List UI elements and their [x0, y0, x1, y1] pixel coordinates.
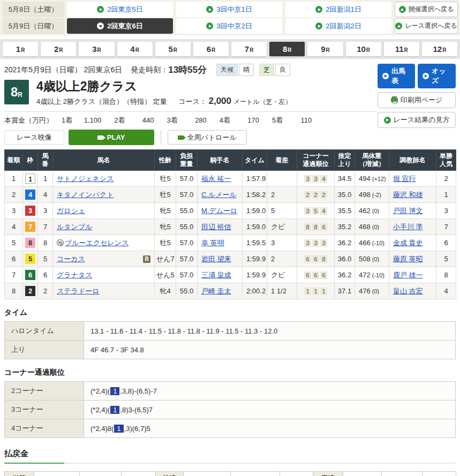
jockey-link[interactable]: M.デムーロ: [201, 207, 237, 215]
sex-age: 牡5: [155, 235, 176, 251]
race-tab-5r[interactable]: 5R: [155, 42, 191, 56]
corner-order-value: (*2,4)8(1,3)(6,7)5: [84, 419, 456, 438]
finish-position: 6: [5, 251, 23, 267]
trainer-link[interactable]: 藤原 英昭: [393, 255, 423, 263]
horse-name-link[interactable]: ルタンブル: [57, 223, 93, 231]
finish-time: 1:59.0: [243, 203, 267, 219]
race-tab-9r[interactable]: 9R: [307, 42, 343, 56]
trainer-link[interactable]: 堀 宣行: [393, 175, 416, 183]
finish-time: 1:57.9: [243, 171, 267, 187]
sex-age: せん7: [155, 251, 176, 267]
race-day-link[interactable]: 3回中京1日: [176, 2, 282, 17]
jockey-link[interactable]: 岩田 望来: [201, 255, 231, 263]
race-day-link[interactable]: 3回中京2日: [176, 18, 282, 34]
trainer-link[interactable]: 小手川 準: [393, 223, 423, 231]
trainer-cell: 藤原 英昭: [389, 251, 436, 267]
patrol-video-button[interactable]: 全周パトロール: [168, 130, 247, 145]
column-header: 性齢: [155, 150, 176, 171]
corner-position: 8: [304, 223, 311, 231]
corner-positions: 111: [297, 283, 335, 299]
finish-position: 3: [5, 203, 23, 219]
race-tab-4r[interactable]: 4R: [117, 42, 153, 56]
race-tab-2r[interactable]: 2R: [41, 42, 76, 56]
jockey-link[interactable]: 三浦 皇成: [201, 271, 231, 279]
corner-positions: 333: [297, 235, 335, 251]
chevron-right-icon: [382, 73, 389, 79]
jockey-cell: 戸崎 圭太: [198, 283, 243, 299]
body-weight: 498 (-2): [355, 187, 389, 203]
halon-time-row: ハロンタイム 13.1 - 11.6 - 11.4 - 11.5 - 11.8 …: [5, 322, 456, 341]
race-day-link[interactable]: 2回東京6日: [67, 18, 173, 34]
race-day-link[interactable]: 2回新潟1日: [285, 2, 391, 17]
race-day-link[interactable]: 2回東京5日: [67, 2, 173, 17]
trainer-link[interactable]: 戸田 博文: [393, 207, 423, 215]
frame-badge: 1: [25, 173, 35, 184]
start-time-value: 13時55分: [168, 64, 207, 76]
horse-name-link[interactable]: ステラドーロ: [57, 287, 100, 295]
entry-table-button[interactable]: 出馬表: [378, 64, 415, 88]
race-number-suffix: R: [18, 91, 22, 99]
race-tab-11r[interactable]: 11R: [384, 42, 419, 56]
race-tab-12r[interactable]: 12R: [422, 42, 457, 56]
weight-carried: 57.0: [176, 187, 198, 203]
race-tab-3r[interactable]: 3R: [79, 42, 114, 56]
margin: [267, 171, 297, 187]
horse-name-link[interactable]: コーカス: [57, 255, 85, 263]
race-tab-10r[interactable]: 10R: [346, 42, 381, 56]
payout-amount: 300円: [382, 472, 423, 476]
result-row: 333ガロシェ牝555.0M.デムーロ1:59.0535435.5462 (0)…: [5, 203, 456, 219]
back-button-label: レース選択へ戻る: [405, 21, 457, 31]
jockey-link[interactable]: C.ルメール: [201, 191, 237, 199]
horse-name-link[interactable]: サトノジェネシス: [57, 175, 114, 183]
horse-name-link[interactable]: ガロシェ: [57, 207, 85, 215]
win-popularity: 1: [436, 187, 456, 203]
corner-position: 6: [312, 255, 319, 263]
jockey-cell: 幸 英明: [198, 235, 243, 251]
trainer-link[interactable]: 藤沢 和雄: [393, 191, 423, 199]
win-popularity: 6: [436, 235, 456, 251]
play-label: PLAY: [107, 133, 125, 141]
race-day-link[interactable]: 2回新潟2日: [285, 18, 391, 34]
corner-positions: 886: [297, 219, 335, 235]
frame-badge: 7: [25, 222, 35, 232]
chevron-right-icon: [423, 73, 429, 79]
jockey-link[interactable]: 戸崎 圭太: [201, 287, 231, 295]
corner-position: 3: [320, 239, 327, 247]
back-button[interactable]: レース選択へ戻る: [395, 18, 458, 34]
horse-name-link[interactable]: キタノインパクト: [57, 191, 114, 199]
trainer-link[interactable]: 鹿戸 雄一: [393, 271, 423, 279]
body-weight: 494 (+12): [355, 171, 389, 187]
play-button[interactable]: PLAY: [69, 130, 154, 145]
trainer-link[interactable]: 金成 貴史: [393, 239, 423, 247]
bet-combination: 1: [34, 472, 80, 476]
odds-button[interactable]: オッズ: [418, 64, 456, 88]
race-tab-8r[interactable]: 8R: [269, 42, 305, 56]
jockey-link[interactable]: 田辺 裕信: [201, 223, 231, 231]
divider: [161, 131, 161, 145]
last-3f: 36.2: [335, 267, 355, 283]
back-button[interactable]: 開催選択へ戻る: [395, 2, 458, 17]
column-header: 調教師名: [389, 150, 436, 171]
body-weight: 462 (0): [355, 203, 389, 219]
horse-name-link[interactable]: ブルーエクセレンス: [65, 239, 129, 247]
race-tab-1r[interactable]: 1R: [3, 42, 38, 56]
prize-place: 1着: [62, 116, 72, 124]
course-distance: 2,000: [208, 96, 231, 106]
jockey-link[interactable]: 福永 祐一: [201, 175, 231, 183]
trainer-cell: 堀 宣行: [389, 171, 436, 187]
race-tab-7r[interactable]: 7R: [231, 42, 267, 56]
entry-table-label: 出馬表: [391, 66, 410, 86]
race-tab-6r[interactable]: 6R: [193, 42, 229, 56]
horse-name-link[interactable]: グラナタス: [57, 271, 93, 279]
trainer-link[interactable]: 畠山 吉宏: [393, 287, 423, 295]
last-3f: 36.2: [335, 235, 355, 251]
win-popularity: 2: [436, 171, 456, 187]
result-guide-button[interactable]: レース結果の見方: [378, 112, 456, 128]
jockey-link[interactable]: 幸 英明: [201, 239, 224, 247]
print-page-button[interactable]: 印刷用ページ: [378, 92, 456, 108]
race-video-button[interactable]: レース映像: [4, 130, 64, 145]
race-info-panel: 2021年5月9日（日曜） 2回東京6日 発走時刻： 13時55分 天候 晴 芝…: [0, 59, 460, 125]
halon-time-value: 13.1 - 11.6 - 11.4 - 11.5 - 11.8 - 11.8 …: [84, 322, 456, 341]
corner-position: 3: [312, 239, 319, 247]
horse-number: 5: [38, 251, 53, 267]
